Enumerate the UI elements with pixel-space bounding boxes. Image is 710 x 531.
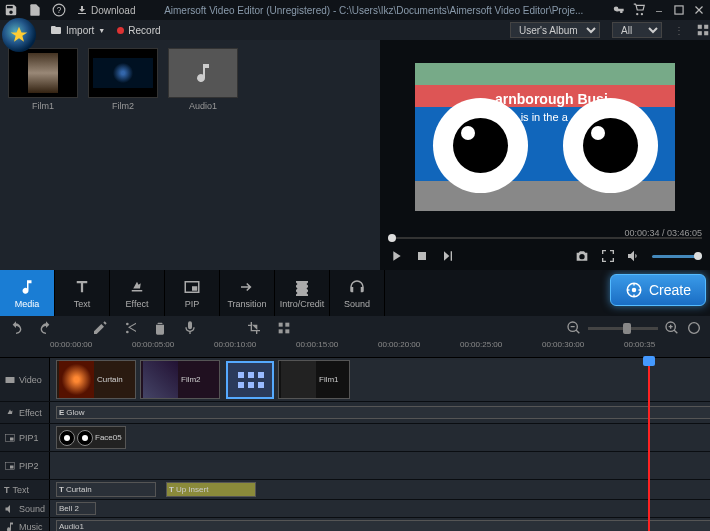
- tab-text[interactable]: Text: [55, 270, 110, 316]
- record-dot-icon: [117, 27, 124, 34]
- volume-slider[interactable]: [652, 255, 702, 258]
- svg-text:?: ?: [57, 6, 62, 15]
- download-button[interactable]: Download: [76, 4, 135, 16]
- clip-curtain[interactable]: Curtain: [56, 360, 136, 399]
- tab-effect[interactable]: Effect: [110, 270, 165, 316]
- playhead[interactable]: [648, 358, 650, 531]
- tab-sound[interactable]: Sound: [330, 270, 385, 316]
- clip-transition[interactable]: [226, 361, 274, 399]
- clip-text-curtain[interactable]: TCurtain: [56, 482, 156, 497]
- zoom-slider[interactable]: [588, 327, 658, 330]
- svg-rect-12: [279, 323, 283, 327]
- svg-rect-24: [248, 382, 254, 388]
- maximize-icon[interactable]: [672, 3, 686, 17]
- svg-rect-29: [10, 465, 14, 468]
- svg-rect-25: [258, 382, 264, 388]
- svg-rect-27: [10, 437, 14, 440]
- help-icon[interactable]: ?: [52, 3, 66, 17]
- tab-bar: Media Text Effect PIP Transition Intro/C…: [0, 270, 385, 316]
- preview-video[interactable]: arnborough Busi cess is in the a: [380, 40, 710, 234]
- save-icon[interactable]: [4, 3, 18, 17]
- track-music: Music Audio1: [0, 518, 710, 531]
- timeline-toolbar: [0, 316, 710, 340]
- track-pip1: PIP1 Face05: [0, 424, 710, 452]
- fullscreen-icon[interactable]: [600, 248, 616, 264]
- key-icon[interactable]: [612, 3, 626, 17]
- titlebar: ? Download Aimersoft Video Editor (Unreg…: [0, 0, 710, 20]
- svg-rect-14: [279, 329, 283, 333]
- filter-select[interactable]: All: [612, 22, 662, 38]
- library-item-film2[interactable]: Film2: [88, 48, 158, 111]
- preview-panel: arnborough Busi cess is in the a 00:00:3…: [380, 40, 710, 270]
- app-logo: [2, 18, 36, 52]
- crop-icon[interactable]: [246, 320, 262, 336]
- tab-media[interactable]: Media: [0, 270, 55, 316]
- zoom-fit-icon[interactable]: [686, 320, 702, 336]
- clip-text-upinsert[interactable]: TUp Insert: [166, 482, 256, 497]
- clip-film1[interactable]: Film1: [278, 360, 350, 399]
- tab-intro[interactable]: Intro/Credit: [275, 270, 330, 316]
- step-icon[interactable]: [440, 248, 456, 264]
- media-library: Film1 Film2 Audio1: [0, 40, 380, 270]
- clip-audio1[interactable]: Audio1: [56, 520, 710, 531]
- clip-glow[interactable]: EGlow: [56, 406, 710, 419]
- mosaic-icon[interactable]: [276, 320, 292, 336]
- track-text: TText TCurtain TUp Insert: [0, 480, 710, 500]
- svg-rect-2: [675, 6, 683, 14]
- undo-icon[interactable]: [8, 320, 24, 336]
- album-select[interactable]: User's Album: [510, 22, 600, 38]
- zoom-in-icon[interactable]: [664, 320, 680, 336]
- timeline: 00:00:00:00 00:00:05:00 00:00:10:00 00:0…: [0, 340, 710, 531]
- track-effect: Effect EGlow: [0, 402, 710, 424]
- zoom-out-icon[interactable]: [566, 320, 582, 336]
- library-toolbar: Import ▼ Record User's Album All ⋮: [0, 20, 710, 40]
- svg-rect-20: [238, 372, 244, 378]
- svg-rect-4: [704, 25, 708, 29]
- close-icon[interactable]: [692, 3, 706, 17]
- redo-icon[interactable]: [38, 320, 54, 336]
- svg-point-18: [689, 323, 700, 334]
- grid-view-icon[interactable]: [696, 23, 710, 37]
- svg-rect-13: [285, 323, 289, 327]
- svg-rect-15: [285, 329, 289, 333]
- delete-icon[interactable]: [152, 320, 168, 336]
- svg-rect-22: [258, 372, 264, 378]
- cart-icon[interactable]: [632, 3, 646, 17]
- svg-point-11: [632, 288, 637, 293]
- eyes-graphic: [415, 98, 675, 193]
- import-button[interactable]: Import ▼: [50, 24, 105, 36]
- voiceover-icon[interactable]: [182, 320, 198, 336]
- volume-icon[interactable]: [626, 248, 642, 264]
- minimize-icon[interactable]: —: [652, 3, 666, 17]
- create-button[interactable]: Create: [610, 274, 706, 306]
- time-display: 00:00:34 / 03:46:05: [624, 228, 702, 238]
- cut-icon[interactable]: [122, 320, 138, 336]
- library-item-film1[interactable]: Film1: [8, 48, 78, 111]
- track-sound: Sound Bell 2: [0, 500, 710, 518]
- tab-transition[interactable]: Transition: [220, 270, 275, 316]
- record-button[interactable]: Record: [117, 25, 160, 36]
- timeline-ruler[interactable]: 00:00:00:00 00:00:05:00 00:00:10:00 00:0…: [0, 340, 710, 358]
- library-item-audio1[interactable]: Audio1: [168, 48, 238, 111]
- svg-rect-21: [248, 372, 254, 378]
- tab-pip[interactable]: PIP: [165, 270, 220, 316]
- svg-rect-3: [698, 25, 702, 29]
- snapshot-icon[interactable]: [574, 248, 590, 264]
- track-video: Video Curtain Film2 Film1: [0, 358, 710, 402]
- clip-film2[interactable]: Film2: [140, 360, 220, 399]
- svg-rect-7: [418, 252, 426, 260]
- window-title: Aimersoft Video Editor (Unregistered) - …: [143, 5, 604, 16]
- stop-icon[interactable]: [414, 248, 430, 264]
- svg-rect-23: [238, 382, 244, 388]
- document-icon[interactable]: [28, 3, 42, 17]
- svg-rect-9: [192, 286, 197, 291]
- track-pip2: PIP2: [0, 452, 710, 480]
- clip-bell2[interactable]: Bell 2: [56, 502, 96, 515]
- svg-rect-19: [6, 377, 15, 383]
- clip-face05[interactable]: Face05: [56, 426, 126, 449]
- play-icon[interactable]: [388, 248, 404, 264]
- edit-icon[interactable]: [92, 320, 108, 336]
- svg-rect-6: [704, 31, 708, 35]
- svg-rect-5: [698, 31, 702, 35]
